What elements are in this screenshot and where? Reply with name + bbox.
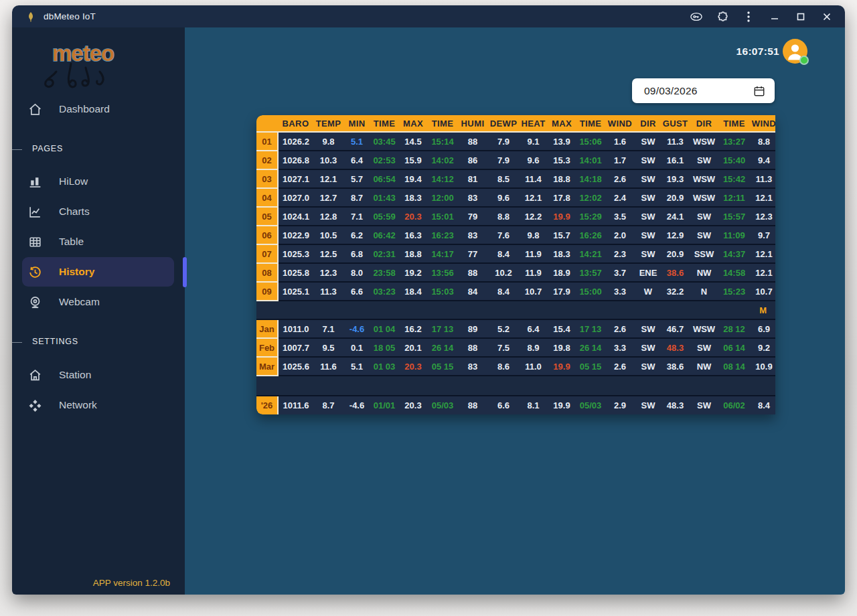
table-cell: 8.5 [488,169,519,188]
sidebar-item-station[interactable]: Station [28,360,167,390]
table-cell: 15:23 [719,282,749,301]
table-cell: 2.4 [605,188,635,207]
row-label: '26 [256,396,278,414]
table-cell: WSW [689,188,719,207]
menu-kebab-icon[interactable] [743,11,755,23]
table-cell: 13:57 [576,263,605,282]
row-label: 09 [256,282,278,301]
table-cell: 10.5 [313,226,343,244]
table-cell: 88 [457,338,488,357]
sidebar-item-network[interactable]: Network [28,390,167,420]
table-cell: N [689,282,719,301]
calendar-icon [753,85,765,97]
table-cell: 05 15 [428,357,457,376]
table-cell: 19.3 [661,169,689,188]
table-cell: 15:29 [576,207,605,226]
table-cell: ENE [635,263,661,282]
row-label: 04 [256,188,278,207]
table-cell: 5.2 [488,319,519,338]
row-label: Feb [256,338,278,357]
table-cell: SW [689,207,719,226]
table-cell: 19.4 [398,169,428,188]
table-cell: 16.3 [398,226,428,244]
table-cell: 20.3 [398,396,428,414]
sidebar-item-webcam[interactable]: Webcam [28,287,167,317]
close-icon[interactable] [821,11,833,23]
table-cell: 8.1 [519,396,548,414]
table-cell: 15:00 [576,282,605,301]
table-cell: 8.4 [488,282,519,301]
table-cell: 12.3 [313,263,343,282]
table-cell: 1026.8 [278,151,313,169]
table-cell: 88 [457,263,488,282]
table-row: 071025.312.56.802:3118.814:17778.411.918… [256,244,775,263]
sidebar-item-table[interactable]: Table [28,227,167,256]
extensions-icon[interactable] [716,11,728,23]
table-cell: 7.9 [488,132,519,151]
table-cell: 83 [457,188,488,207]
table-cell: 13:27 [719,132,749,151]
table-cell: 05:59 [370,207,398,226]
table-cell: 1022.9 [278,226,313,244]
maximize-icon[interactable] [795,11,807,23]
table-cell: 15.4 [548,319,576,338]
separator-cell [256,376,775,396]
table-cell: 05/03 [428,396,457,414]
sidebar-item-label: Dashboard [59,103,110,115]
table-cell: -4.6 [343,396,370,414]
column-header: TIME [576,115,605,132]
table-row: 011026.29.85.103:4514.515:14887.99.113.9… [256,132,775,151]
table-cell: 17 13 [576,319,605,338]
table-cell: 1.6 [605,132,635,151]
table-cell: 14:37 [719,244,749,263]
table-cell: 06:54 [370,169,398,188]
table-cell: 46.7 [661,319,689,338]
date-input[interactable]: 09/03/2026 [632,78,775,103]
table-cell: 6.9 [749,319,775,338]
table-row: 051024.112.87.105:5920.315:01798.812.219… [256,207,775,226]
table-cell: 81 [457,169,488,188]
table-cell: 48.3 [661,396,689,414]
history-data-table: BAROTEMPMINTIMEMAXTIMEHUMIDEWPHEATMAXTIM… [256,115,775,414]
table-cell: 12.5 [313,244,343,263]
table-cell: 02:53 [370,151,398,169]
column-header: WIND [749,115,775,132]
table-cell: 15:06 [576,132,605,151]
table-cell: 1025.8 [278,263,313,282]
table-row: 091025.111.36.603:2318.415:03848.410.717… [256,282,775,301]
history-table: BAROTEMPMINTIMEMAXTIMEHUMIDEWPHEATMAXTIM… [256,115,775,414]
table-cell: 1011.6 [278,396,313,414]
table-cell: SSW [689,244,719,263]
logo-text: meteo [52,41,114,66]
table-cell: 11.4 [519,169,548,188]
table-cell: 8.8 [749,132,775,151]
minimize-icon[interactable] [769,11,781,23]
key-icon[interactable] [690,11,702,23]
table-cell: 20.3 [398,207,428,226]
sidebar-item-hilow[interactable]: HiLow [28,167,167,196]
table-cell: 15:03 [428,282,457,301]
table-cell: 11.3 [313,282,343,301]
table-cell: 06/02 [719,396,749,414]
table-cell: 1007.7 [278,338,313,357]
table-cell: 12:02 [576,188,605,207]
table-cell: 8.7 [343,188,370,207]
station-house-icon [28,368,42,382]
user-avatar[interactable] [783,39,807,64]
table-cell: 1027.1 [278,169,313,188]
sidebar-item-dashboard[interactable]: Dashboard [28,94,167,124]
sidebar-item-charts[interactable]: Charts [28,197,167,226]
app-favicon-icon [26,11,35,22]
table-row: 041027.012.78.701:4318.312:00839.612.117… [256,188,775,207]
table-cell: SW [635,244,661,263]
table-cell: 6.8 [343,244,370,263]
table-cell: 14.5 [398,132,428,151]
table-cell: 11.9 [519,244,548,263]
table-cell: 02:31 [370,244,398,263]
table-cell: 7.1 [313,319,343,338]
sidebar-item-history[interactable]: History [22,257,174,287]
table-cell: SW [635,169,661,188]
sidebar-item-label: Station [59,369,91,381]
column-header: DEWP [488,115,519,132]
table-cell: SW [635,151,661,169]
